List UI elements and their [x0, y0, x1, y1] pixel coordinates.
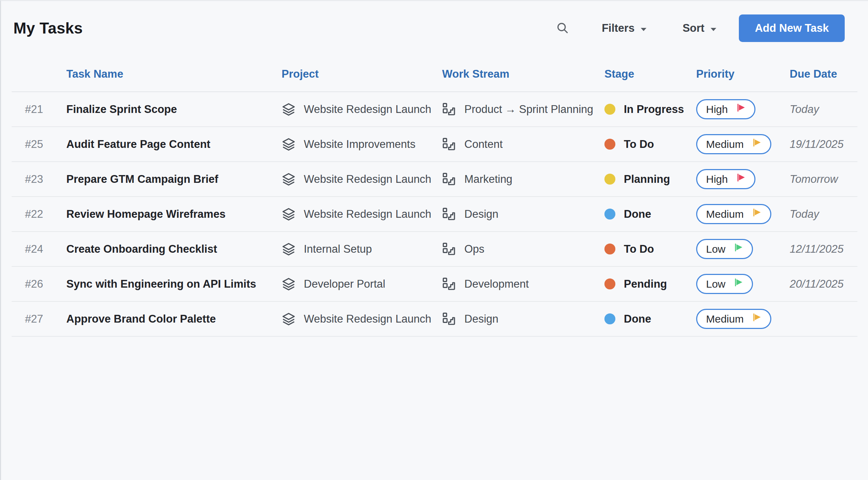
stage-dot: [604, 278, 615, 289]
search-button[interactable]: [556, 21, 569, 36]
task-name: Finalize Sprint Scope: [66, 103, 282, 116]
task-name: Prepare GTM Campaign Brief: [66, 173, 282, 186]
priority-label: Medium: [706, 138, 744, 150]
project-name: Website Redesign Launch: [304, 313, 431, 325]
task-id: #25: [12, 138, 66, 151]
priority-cell: Low: [696, 274, 790, 294]
priority-cell: Medium: [696, 134, 790, 154]
table-row[interactable]: #26 Sync with Engineering on API Limits …: [12, 267, 857, 302]
stage-cell: Done: [604, 208, 696, 221]
sort-label: Sort: [682, 22, 704, 35]
priority-label: Medium: [706, 313, 744, 325]
task-name: Review Homepage Wireframes: [66, 208, 282, 221]
task-id: #24: [12, 243, 66, 256]
priority-pill[interactable]: Low: [696, 239, 753, 259]
priority-pill[interactable]: Low: [696, 274, 753, 294]
priority-pill[interactable]: Medium: [696, 309, 771, 329]
stage-label: To Do: [624, 243, 654, 256]
column-header-project[interactable]: Project: [282, 68, 442, 80]
table-row[interactable]: #21 Finalize Sprint Scope Website Redesi…: [12, 92, 857, 127]
priority-pill[interactable]: Medium: [696, 134, 771, 154]
due-date: Tomorrow: [790, 173, 857, 186]
project-cell: Website Redesign Launch: [282, 207, 442, 221]
column-header-stage[interactable]: Stage: [604, 68, 696, 80]
workflow-blocks-icon: [442, 242, 456, 256]
task-id: #26: [12, 278, 66, 290]
work-stream-cell: Design: [442, 207, 604, 221]
toolbar: My Tasks Filters Sort Add New Task: [1, 1, 868, 43]
stage-label: Pending: [624, 278, 667, 290]
priority-flag-icon: [752, 208, 762, 221]
stage-cell: Pending: [604, 278, 696, 290]
work-stream-cell: Content: [442, 137, 604, 151]
project-name: Website Improvements: [304, 138, 415, 151]
layers-icon: [282, 207, 296, 221]
stage-label: Planning: [624, 173, 670, 186]
table-header-row: Task Name Project Work Stream Stage Prio…: [12, 57, 857, 92]
stage-label: To Do: [624, 138, 654, 151]
project-name: Website Redesign Launch: [304, 103, 431, 116]
stage-dot: [604, 139, 615, 150]
stage-cell: To Do: [604, 243, 696, 256]
task-name: Approve Brand Color Palette: [66, 313, 282, 325]
workflow-blocks-icon: [442, 312, 456, 326]
chevron-down-icon: [710, 22, 717, 35]
priority-flag-icon: [752, 138, 762, 151]
task-table-body: #21 Finalize Sprint Scope Website Redesi…: [12, 92, 857, 337]
workflow-blocks-icon: [442, 277, 456, 291]
priority-cell: High: [696, 169, 790, 189]
page-title: My Tasks: [13, 19, 83, 37]
project-name: Internal Setup: [304, 243, 372, 256]
table-row[interactable]: #24 Create Onboarding Checklist Internal…: [12, 232, 857, 267]
project-name: Developer Portal: [304, 278, 385, 290]
stage-label: Done: [624, 208, 651, 221]
priority-flag-icon: [736, 103, 747, 116]
priority-label: Low: [706, 278, 725, 290]
due-date: 19/11/2025: [790, 138, 857, 151]
table-row[interactable]: #23 Prepare GTM Campaign Brief Website R…: [12, 162, 857, 197]
column-header-task-name[interactable]: Task Name: [66, 68, 282, 80]
column-header-work-stream[interactable]: Work Stream: [442, 68, 604, 80]
priority-label: High: [706, 103, 728, 115]
priority-pill[interactable]: High: [696, 99, 755, 119]
project-cell: Website Improvements: [282, 137, 442, 151]
sort-dropdown[interactable]: Sort: [682, 22, 717, 35]
layers-icon: [282, 137, 296, 151]
add-new-task-button[interactable]: Add New Task: [739, 14, 845, 42]
column-header-priority[interactable]: Priority: [696, 68, 790, 80]
priority-label: Medium: [706, 208, 744, 220]
priority-cell: Low: [696, 239, 790, 259]
workflow-blocks-icon: [442, 102, 456, 116]
project-name: Website Redesign Launch: [304, 173, 431, 186]
priority-pill[interactable]: High: [696, 169, 755, 189]
layers-icon: [282, 312, 296, 326]
work-stream-name: Ops: [464, 243, 484, 256]
table-row[interactable]: #22 Review Homepage Wireframes Website R…: [12, 197, 857, 232]
task-name: Audit Feature Page Content: [66, 138, 282, 151]
due-date: 12/11/2025: [790, 243, 857, 256]
work-stream-cell: Marketing: [442, 172, 604, 186]
work-stream-cell: Development: [442, 277, 604, 291]
priority-flag-icon: [733, 242, 744, 256]
filters-dropdown[interactable]: Filters: [602, 22, 647, 35]
work-stream-cell: Ops: [442, 242, 604, 256]
table-row[interactable]: #25 Audit Feature Page Content Website I…: [12, 127, 857, 162]
priority-pill[interactable]: Medium: [696, 204, 771, 224]
due-date: 20/11/2025: [790, 278, 857, 290]
priority-flag-icon: [733, 277, 744, 291]
work-stream-name: Design: [464, 208, 499, 221]
workflow-blocks-icon: [442, 137, 456, 151]
column-header-due-date[interactable]: Due Date: [790, 68, 857, 80]
project-cell: Website Redesign Launch: [282, 172, 442, 186]
project-cell: Developer Portal: [282, 277, 442, 291]
table-row[interactable]: #27 Approve Brand Color Palette Website …: [12, 302, 857, 337]
stage-cell: To Do: [604, 138, 696, 151]
task-id: #23: [12, 173, 66, 186]
priority-label: High: [706, 173, 728, 185]
priority-label: Low: [706, 243, 725, 255]
work-stream-name: Development: [464, 278, 529, 290]
layers-icon: [282, 277, 296, 291]
layers-icon: [282, 242, 296, 256]
due-date: Today: [790, 208, 857, 221]
work-stream-cell: Product → Sprint Planning: [442, 102, 604, 116]
